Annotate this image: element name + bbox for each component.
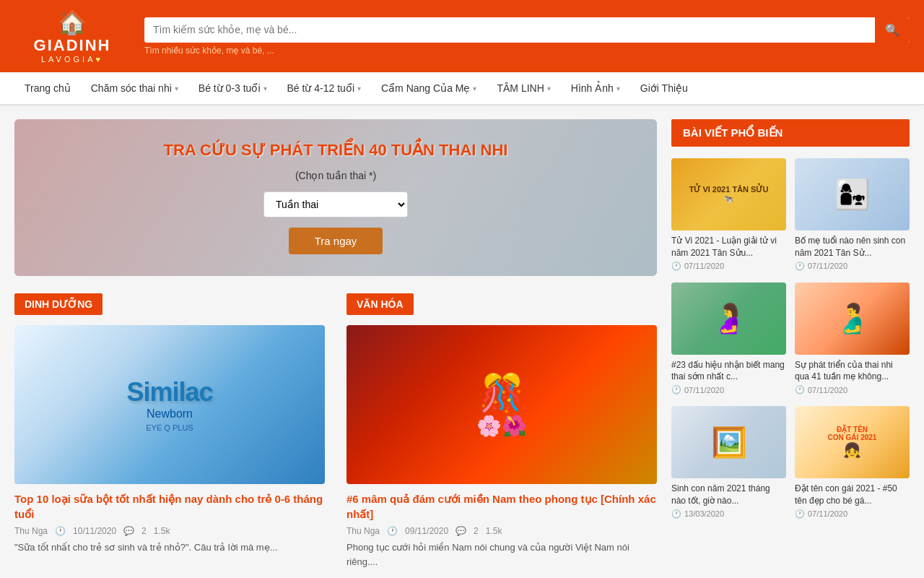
clock-icon: 🕐 xyxy=(795,509,805,519)
comment-count: 2 xyxy=(141,526,147,536)
chevron-down-icon: ▾ xyxy=(547,85,551,92)
van-hoa-header: VĂN HÓA xyxy=(346,293,657,325)
popular-date-2: 🕐 07/11/2020 xyxy=(795,262,910,271)
nav-label-hinh-anh: Hình Ảnh xyxy=(571,82,614,94)
views-count: 1.5k xyxy=(486,526,502,536)
popular-date-5: 🕐 13/03/2020 xyxy=(671,509,786,519)
nav-item-cam-nang[interactable]: Cẩm Nang Của Mẹ ▾ xyxy=(371,72,487,104)
clock-icon: 🕐 xyxy=(671,262,681,271)
chevron-down-icon: ▾ xyxy=(175,85,178,92)
nav-item-hinh-anh[interactable]: Hình Ảnh ▾ xyxy=(561,72,630,104)
hero-title: TRA CỨU SỰ PHÁT TRIỂN 40 TUẦN THAI NHI xyxy=(164,141,508,160)
nav-label-cam-nang: Cẩm Nang Của Mẹ xyxy=(381,82,470,94)
similac-sub: Newborn xyxy=(126,407,212,420)
popular-item-4: 🫃 Sự phát triển của thai nhi qua 41 tuần… xyxy=(795,282,910,395)
popular-title-4[interactable]: Sự phát triển của thai nhi qua 41 tuần m… xyxy=(795,359,910,384)
popular-img-label-1: TỬ VI 2021 TÂN SỬU🐄 xyxy=(687,182,772,207)
similac-logo: Similac xyxy=(126,377,212,407)
tra-ngay-button[interactable]: Tra ngay xyxy=(289,228,383,254)
popular-date-4: 🕐 07/11/2020 xyxy=(795,385,910,394)
search-button[interactable]: 🔍 xyxy=(875,17,910,43)
views-count: 1.5k xyxy=(154,526,170,536)
hero-banner: TRA CỨU SỰ PHÁT TRIỂN 40 TUẦN THAI NHI (… xyxy=(14,119,657,276)
article-date: 10/11/2020 xyxy=(73,526,116,536)
nav-label-be-0-3: Bé từ 0-3 tuổi xyxy=(199,82,261,94)
dinh-duong-section: DINH DƯỠNG Similac Newborn EYE Q PLUS To… xyxy=(14,293,325,569)
popular-item-6: ĐẶT TÊN CON GÁI 2021 👧 Đặt tên con gái 2… xyxy=(795,406,910,519)
section-label-dinh-duong: DINH DƯỠNG xyxy=(14,293,103,315)
chevron-down-icon: ▾ xyxy=(616,85,620,92)
popular-item-3: 🤰 #23 dấu hiệu nhận biết mang thai sớm n… xyxy=(671,282,786,395)
comment-icon: 💬 xyxy=(456,526,466,536)
logo-house-icon: 🏠 xyxy=(58,9,87,36)
tuan-thai-select[interactable]: Tuần thai Tuần 1 Tuần 2 Tuần 3 Tuần 4 xyxy=(263,191,408,217)
nav-item-be-4-12[interactable]: Bé từ 4-12 tuổi ▾ xyxy=(277,72,372,104)
dinh-duong-article-title[interactable]: Top 10 loại sữa bột tốt nhất hiện nay dà… xyxy=(14,491,325,522)
nav-label-tam-linh: TÂM LINH xyxy=(497,82,544,94)
popular-title-2[interactable]: Bố mẹ tuổi nào nên sinh con năm 2021 Tân… xyxy=(795,235,910,259)
nav-item-gioi-thieu[interactable]: Giới Thiệu xyxy=(630,72,698,104)
clock-icon: 🕐 xyxy=(387,526,398,536)
search-hint: Tìm nhiều sức khỏe, mẹ và bé, ... xyxy=(144,46,910,56)
comment-icon: 💬 xyxy=(123,526,134,536)
nav-label-gioi-thieu: Giới Thiệu xyxy=(640,82,688,94)
popular-img-3[interactable]: 🤰 xyxy=(671,282,786,355)
section-label-van-hoa: VĂN HÓA xyxy=(346,293,414,315)
popular-img-2[interactable]: 👩‍👧 xyxy=(795,158,910,230)
chevron-down-icon: ▾ xyxy=(357,85,361,92)
nav-item-home[interactable]: Trang chủ xyxy=(14,72,81,104)
articles-grid: DINH DƯỠNG Similac Newborn EYE Q PLUS To… xyxy=(14,293,657,569)
popular-articles-grid: TỬ VI 2021 TÂN SỬU🐄 Tử Vi 2021 - Luận gi… xyxy=(671,158,910,522)
similac-article-image[interactable]: Similac Newborn EYE Q PLUS xyxy=(14,325,325,484)
nav-label-thai-nhi: Chăm sóc thai nhi xyxy=(91,82,172,94)
popular-img-5[interactable]: 🖼️ xyxy=(671,406,786,478)
popular-img-icon-3: 🤰 xyxy=(711,301,747,335)
popular-title-6[interactable]: Đặt tên con gái 2021 - #50 tên đẹp cho b… xyxy=(795,483,910,507)
wedding-flower-icon: 🌸🌺 xyxy=(476,414,527,438)
article-date: 09/11/2020 xyxy=(405,526,448,536)
similac-tagline: EYE Q PLUS xyxy=(126,423,212,432)
sidebar-header: BÀI VIẾT PHỔ BIẾN xyxy=(671,119,910,147)
navigation: Trang chủ Chăm sóc thai nhi ▾ Bé từ 0-3 … xyxy=(0,72,924,105)
clock-icon: 🕐 xyxy=(795,262,805,271)
wedding-article-image[interactable]: 🎊 🌸🌺 xyxy=(346,325,657,484)
popular-date-1: 🕐 07/11/2020 xyxy=(671,262,786,271)
logo-sub: LAVOGIA♥ xyxy=(41,55,103,64)
wedding-decoration-icon: 🎊 xyxy=(476,372,527,414)
clock-icon: 🕐 xyxy=(795,385,805,394)
popular-date-6: 🕐 07/11/2020 xyxy=(795,509,910,519)
chevron-down-icon: ▾ xyxy=(263,85,267,92)
popular-img-1[interactable]: TỬ VI 2021 TÂN SỬU🐄 xyxy=(671,158,786,230)
nav-label-be-4-12: Bé từ 4-12 tuổi xyxy=(287,82,355,94)
clock-icon: 🕐 xyxy=(55,526,66,536)
content-left: TRA CỨU SỰ PHÁT TRIỂN 40 TUẦN THAI NHI (… xyxy=(14,119,657,569)
search-input[interactable] xyxy=(144,17,875,43)
popular-img-icon-4: 🫃 xyxy=(834,301,871,335)
sidebar: BÀI VIẾT PHỔ BIẾN TỬ VI 2021 TÂN SỬU🐄 Tử… xyxy=(671,119,910,569)
search-area: 🔍 Tìm nhiều sức khỏe, mẹ và bé, ... xyxy=(144,17,910,56)
popular-img-4[interactable]: 🫃 xyxy=(795,282,910,355)
dinh-duong-article-desc: "Sữa tốt nhất cho trẻ sơ sinh và trẻ nhỏ… xyxy=(14,540,325,555)
author-name: Thu Nga xyxy=(14,526,48,536)
nav-item-thai-nhi[interactable]: Chăm sóc thai nhi ▾ xyxy=(81,72,188,104)
nav-item-be-0-3[interactable]: Bé từ 0-3 tuổi ▾ xyxy=(188,72,277,104)
popular-img-content-6: ĐẶT TÊN CON GÁI 2021 👧 xyxy=(825,423,880,462)
logo[interactable]: 🏠 GIADINH LAVOGIA♥ xyxy=(14,9,130,64)
van-hoa-article-meta: Thu Nga 🕐 09/11/2020 💬 2 1.5k xyxy=(346,526,657,536)
popular-date-3: 🕐 07/11/2020 xyxy=(671,385,786,394)
popular-item-5: 🖼️ Sinh con năm 2021 tháng nào tốt, giờ … xyxy=(671,406,786,519)
popular-title-3[interactable]: #23 dấu hiệu nhận biết mang thai sớm nhấ… xyxy=(671,359,786,384)
dinh-duong-article-meta: Thu Nga 🕐 10/11/2020 💬 2 1.5k xyxy=(14,526,325,536)
popular-title-5[interactable]: Sinh con năm 2021 tháng nào tốt, giờ nào… xyxy=(671,483,786,507)
van-hoa-article-title[interactable]: #6 mâm quả đám cưới miền Nam theo phong … xyxy=(346,491,657,522)
nav-item-tam-linh[interactable]: TÂM LINH ▾ xyxy=(487,72,560,104)
popular-item-1: TỬ VI 2021 TÂN SỬU🐄 Tử Vi 2021 - Luận gi… xyxy=(671,158,786,271)
nav-label-home: Trang chủ xyxy=(25,82,71,94)
comment-count: 2 xyxy=(474,526,479,536)
popular-img-icon-5: 🖼️ xyxy=(711,426,747,460)
header: 🏠 GIADINH LAVOGIA♥ 🔍 Tìm nhiều sức khỏe,… xyxy=(0,0,924,72)
popular-title-1[interactable]: Tử Vi 2021 - Luận giải tử vi năm 2021 Tâ… xyxy=(671,235,786,259)
dinh-duong-header: DINH DƯỠNG xyxy=(14,293,325,325)
author-name: Thu Nga xyxy=(346,526,380,536)
popular-img-6[interactable]: ĐẶT TÊN CON GÁI 2021 👧 xyxy=(795,406,910,478)
